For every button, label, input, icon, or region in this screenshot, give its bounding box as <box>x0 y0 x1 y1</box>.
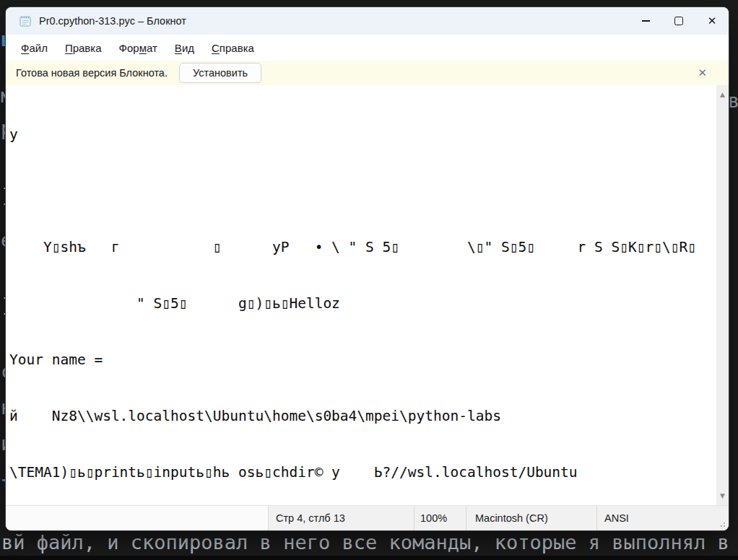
window-title: Pr0.cpython-313.pyc – Блокнот <box>39 15 186 27</box>
text-line: \TEMA1)▯ь▯printь▯inputь▯hь osь▯chdir© y … <box>9 463 711 482</box>
install-button[interactable]: Установить <box>179 63 261 83</box>
zoom-level: 100% <box>414 506 466 530</box>
menu-item-help[interactable]: Справка <box>204 39 262 57</box>
text-line: Y▯shъ г ▯ yP • \ " S 5▯ \▯" S▯5▯ r S S▯K… <box>9 238 711 257</box>
notepad-window: Pr0.cpython-313.pyc – Блокнот ✕ Файл Пра… <box>6 7 729 530</box>
menu-item-edit[interactable]: Правка <box>57 39 110 57</box>
menu-label-part: ид <box>182 42 194 54</box>
menu-bar: Файл Правка Формат Вид Справка <box>6 35 729 61</box>
title-bar[interactable]: Pr0.cpython-313.pyc – Блокнот ✕ <box>6 7 729 35</box>
status-spacer <box>6 506 268 530</box>
text-line: " S▯5▯ g▯)▯ь▯Helloz <box>9 294 711 313</box>
close-icon: ✕ <box>708 14 717 27</box>
notification-close-icon[interactable]: ✕ <box>698 66 707 79</box>
update-notification-bar: Готова новая версия Блокнота. Установить… <box>6 61 729 85</box>
document-text: y Y▯shъ г ▯ yP • \ " S 5▯ \▯" S▯5▯ r S S… <box>6 85 729 505</box>
window-controls: ✕ <box>629 7 729 35</box>
background-terminal-glyph: в <box>728 90 738 112</box>
minimize-button[interactable] <box>629 7 662 35</box>
menu-item-format[interactable]: Формат <box>111 39 165 57</box>
background-terminal-text: вй файл, и скопировал в него все команды… <box>1 531 729 554</box>
minimize-icon <box>642 20 650 22</box>
menu-label-part: равка <box>73 42 102 54</box>
menu-label-key: П <box>65 42 73 54</box>
maximize-button[interactable] <box>662 7 695 35</box>
encoding: ANSI <box>596 506 729 530</box>
cursor-position: Стр 4, стлб 13 <box>268 506 414 530</box>
menu-label-key: В <box>175 42 182 54</box>
text-line: Your name = <box>9 351 711 369</box>
text-line: й Nz8\\wsl.localhost\Ubuntu\home\s0ba4\m… <box>9 407 711 426</box>
notepad-icon <box>19 14 32 27</box>
menu-label-part: айл <box>29 42 47 54</box>
status-bar: Стр 4, стлб 13 100% Macintosh (CR) ANSI <box>6 505 729 530</box>
resize-grip[interactable] <box>724 525 725 527</box>
menu-label-key: м <box>139 42 147 54</box>
notification-message: Готова новая версия Блокнота. <box>16 67 168 79</box>
menu-label-key: С <box>212 42 220 54</box>
scroll-up-icon[interactable]: ▲ <box>716 91 729 98</box>
text-line: y <box>9 126 711 144</box>
text-editor[interactable]: y Y▯shъ г ▯ yP • \ " S 5▯ \▯" S▯5▯ r S S… <box>6 85 729 505</box>
scroll-down-icon[interactable]: ▼ <box>716 492 729 499</box>
maximize-icon <box>674 17 683 25</box>
text-line <box>9 182 711 201</box>
menu-item-view[interactable]: Вид <box>167 39 202 57</box>
menu-item-file[interactable]: Файл <box>13 39 56 57</box>
menu-label-part: Фор <box>119 42 139 54</box>
background-bottom-strip <box>0 556 738 560</box>
desktop: ь м p ] е ] с н и т в вй файл, и скопиро… <box>0 0 738 560</box>
menu-label-part: правка <box>220 42 254 54</box>
close-button[interactable]: ✕ <box>695 7 729 35</box>
line-ending: Macintosh (CR) <box>466 506 596 530</box>
vertical-scrollbar[interactable]: ▲ ▼ <box>716 85 729 505</box>
menu-label-key: Ф <box>21 42 29 54</box>
menu-label-part: ат <box>147 42 157 54</box>
